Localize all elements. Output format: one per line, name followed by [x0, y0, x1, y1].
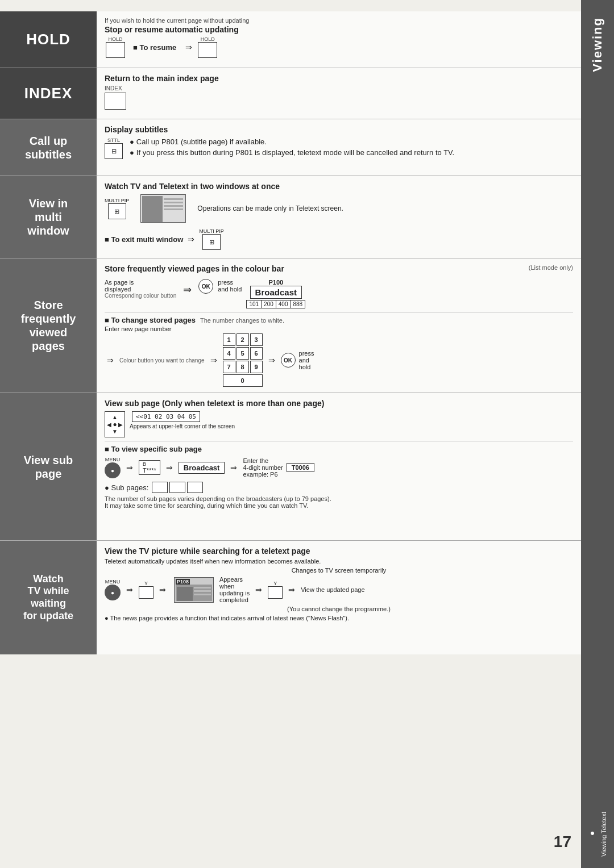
hold-label: HOLD — [0, 11, 97, 68]
menu-btn[interactable]: ● — [105, 462, 121, 478]
broadcast-arrow: ⇒ — [183, 283, 192, 296]
watchtv-menu-btn[interactable]: ● — [105, 585, 121, 600]
cannot-change: (You cannot change the programme.) — [105, 606, 573, 612]
changes-label: Changes to TV screen temporarily — [105, 567, 573, 574]
sub-ind-1 — [152, 482, 168, 493]
displayed-label: displayed — [105, 286, 131, 293]
ok-btn1[interactable]: OK — [198, 279, 213, 294]
specific-title: ■ To view specific sub page — [105, 445, 573, 453]
resume-label: ■ To resume — [133, 43, 176, 52]
exit-arrow: ⇒ — [188, 235, 194, 244]
index-content: Return to the main index page INDEX — [97, 68, 581, 119]
hold-tag: HOLD — [108, 36, 122, 42]
viewsub-section: View sub page View sub page (Only when t… — [0, 393, 581, 541]
y-label1: Y — [144, 581, 148, 586]
num-8[interactable]: 8 — [237, 361, 249, 373]
hold-button-group: HOLD — [105, 36, 126, 58]
arrow-broadcast: ⇒ — [230, 463, 237, 472]
num-2[interactable]: 2 — [237, 333, 249, 346]
y-btn1-group: Y — [139, 581, 154, 599]
num-grid-row: ⇒ Colour button you want to change ⇒ 1 2… — [105, 333, 573, 387]
watchtv-arrow3: ⇒ — [255, 585, 262, 594]
callup-title: Display subtitles — [105, 125, 573, 134]
broadcast-box: Broadcast — [250, 286, 302, 299]
hold-btn2[interactable] — [198, 42, 217, 58]
viewsub-title: View sub page (Only when teletext is mor… — [105, 399, 573, 408]
completed-label: completed — [219, 596, 250, 603]
sub-ind-3 — [187, 482, 203, 493]
number-changes-note: The number changes to white. — [200, 317, 284, 324]
enter-label: Enter the — [243, 457, 283, 464]
press-hold-group: press and hold — [218, 279, 242, 293]
page-number: 17 — [554, 833, 571, 851]
store-label: Store frequently viewed pages — [0, 258, 97, 393]
press2: press — [299, 350, 314, 357]
arrow-icon: ⇒ — [185, 43, 192, 52]
watchtv-label: Watch TV while waiting for update — [0, 541, 97, 654]
news-note: ● The news page provides a function that… — [105, 615, 573, 621]
num-7[interactable]: 7 — [223, 361, 235, 373]
p100-label: P100 — [268, 279, 283, 286]
multiwindow-label: View in multi window — [0, 176, 97, 258]
p108-label: P108 — [176, 579, 190, 585]
sidebar-bullet-text: Viewing Teletext — [600, 812, 607, 857]
main-content: HOLD If you wish to hold the current pag… — [0, 0, 581, 868]
change-pages-row: ■ To change stored pages The number chan… — [105, 316, 573, 387]
watchtv-menu-label: MENU — [105, 579, 121, 585]
t0006-box: T0006 — [287, 463, 314, 472]
watchtv-label-text: Watch TV while waiting for update — [23, 573, 73, 622]
hold-btn[interactable] — [106, 42, 125, 58]
operations-note: Operations can be made only in Teletext … — [197, 205, 343, 212]
hold-section: HOLD If you wish to hold the current pag… — [0, 11, 581, 68]
y-label2: Y — [273, 581, 277, 586]
num-grid: 1 2 3 4 5 6 7 8 9 0 — [223, 333, 263, 387]
callup-label-text: Call up subtitles — [25, 134, 72, 161]
sub-pages-label: ● Sub pages: — [105, 483, 148, 492]
index-title: Return to the main index page — [105, 74, 573, 83]
exit-multipip-btn[interactable]: ⊞ — [202, 234, 221, 250]
multiwindow-content: Watch TV and Teletext in two windows at … — [97, 176, 581, 258]
hold2: hold — [299, 364, 314, 370]
sidebar-bullet-icon: ● — [588, 829, 597, 838]
colour-btn-label-group: Colour button you want to change — [119, 357, 205, 364]
sttl-btn[interactable]: ⊟ — [105, 143, 123, 159]
change-pages-content: ■ To change stored pages The number chan… — [105, 316, 573, 387]
watchtv-content: View the TV picture while searching for … — [97, 541, 581, 654]
multiwindow-section: View in multi window Watch TV and Telete… — [0, 176, 581, 258]
change-pages-header: ■ To change stored pages The number chan… — [105, 316, 573, 324]
enter-group: Enter the 4-digit number example: P6 — [243, 457, 283, 478]
y-btn2[interactable] — [268, 586, 283, 599]
page-num-400: 400 — [276, 301, 291, 308]
multipip-icon: MULTI PIP ⊞ — [105, 198, 129, 219]
sttl-icon: STTL ⊟ — [105, 137, 123, 159]
num-9[interactable]: 9 — [250, 361, 263, 373]
sub-pages-row: ● Sub pages: — [105, 482, 573, 493]
num-5[interactable]: 5 — [237, 347, 249, 360]
callup-section: Call up subtitles Display subtitles STTL… — [0, 119, 581, 176]
sidebar-viewing-label: Viewing — [590, 17, 605, 72]
exit-multipip-tag: MULTI PIP — [199, 228, 223, 234]
multipip-btn[interactable]: ⊞ — [108, 203, 126, 219]
num-4[interactable]: 4 — [223, 347, 235, 360]
num-6[interactable]: 6 — [250, 347, 263, 360]
updating-label: updating is — [219, 590, 250, 596]
index-btn[interactable] — [105, 93, 126, 110]
watchtv-arrow2: ⇒ — [159, 585, 166, 594]
ok-btn2[interactable]: OK — [281, 353, 296, 368]
hold-content: If you wish to hold the current page wit… — [97, 11, 581, 68]
enter-new-page: Enter new page number — [105, 326, 573, 332]
callup-bullet2: ●If you press this button during P801 is… — [130, 148, 454, 157]
store-title-row: Store frequently viewed pages in the col… — [105, 264, 573, 276]
subpage-nav-icon[interactable]: ▲ ◀ ● ▶ ▼ — [105, 411, 125, 437]
arrow-t: ⇒ — [166, 463, 173, 472]
page-num-101: 101 — [247, 301, 262, 308]
corresponding-label: Corresponding colour button — [105, 293, 176, 299]
num-3[interactable]: 3 — [250, 333, 263, 346]
broadcast-box-group: P100 Broadcast 101 200 400 888 — [246, 279, 305, 308]
press-label: press — [218, 279, 233, 286]
num-0[interactable]: 0 — [223, 374, 263, 387]
y-btn1[interactable] — [139, 586, 154, 599]
tv-split-image — [140, 194, 186, 223]
callup-sttl-row: STTL ⊟ ●Call up P801 (subtitle page) if … — [105, 137, 573, 159]
num-1[interactable]: 1 — [223, 333, 235, 346]
